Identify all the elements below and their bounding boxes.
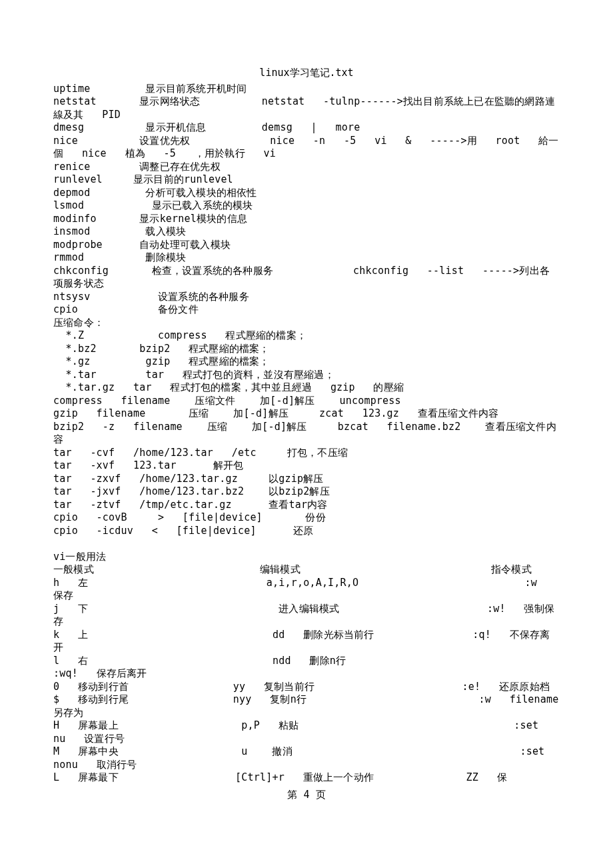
document-page: linux学习笔记.txt uptime 显示目前系统开机时间 netstat … <box>0 0 613 868</box>
document-title: linux学习笔记.txt <box>53 67 560 80</box>
document-body: uptime 显示目前系统开机时间 netstat 显示网络状态 netstat… <box>53 83 560 785</box>
page-number: 第 4 页 <box>53 789 560 802</box>
